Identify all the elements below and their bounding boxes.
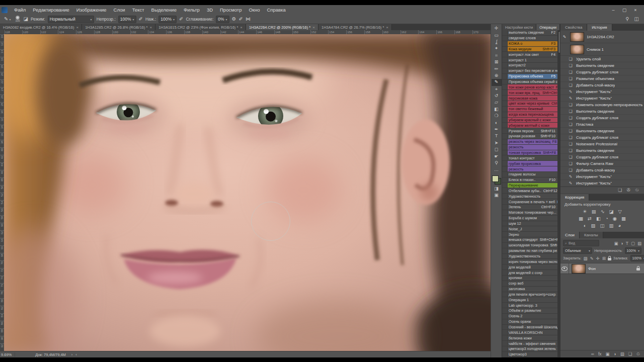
- invert-icon[interactable]: ◐: [584, 223, 587, 228]
- menu-item[interactable]: Выделение: [148, 7, 180, 13]
- threshold-icon[interactable]: ◫: [600, 223, 605, 228]
- lock-all-icon[interactable]: [608, 258, 611, 260]
- panel-tab[interactable]: Слои: [560, 232, 580, 238]
- action-item[interactable]: внешка стандарт Shft+Ctrl+F5: [502, 237, 557, 243]
- history-state-row[interactable]: ❏ Noiseware Professional: [560, 141, 644, 147]
- layer-fill-select[interactable]: 100% ▾: [630, 255, 644, 261]
- photo-filter-icon[interactable]: ◔: [605, 216, 608, 221]
- maximize-button[interactable]: ▢: [619, 8, 630, 13]
- gear-icon[interactable]: ⚙: [232, 17, 236, 22]
- action-item[interactable]: тонкая прорисовка Shft+F8: [502, 150, 557, 156]
- panel-tab[interactable]: История: [587, 24, 612, 31]
- lock-paint-icon[interactable]: ✎: [590, 256, 593, 261]
- gradient-map-icon[interactable]: ▥: [609, 223, 613, 228]
- menu-item[interactable]: Слои: [110, 7, 129, 13]
- action-item[interactable]: белизна кожи: [502, 335, 557, 341]
- delete-layer-icon[interactable]: ♲: [636, 352, 640, 356]
- flow-select[interactable]: 100% ▾: [158, 16, 177, 23]
- action-item[interactable]: тон кожи ярк. прщ. Shft+Ctrl+F6: [502, 90, 557, 96]
- lasso-tool[interactable]: ʆ: [492, 39, 502, 45]
- exposure-icon[interactable]: ◪: [609, 209, 614, 214]
- eraser-tool[interactable]: ▱: [492, 99, 502, 106]
- hand-tool[interactable]: ☛: [492, 153, 502, 159]
- color-lookup-icon[interactable]: ▩: [621, 216, 626, 221]
- action-item[interactable]: шум 12: [502, 221, 557, 227]
- action-item[interactable]: убираем желтый с кожи: [502, 123, 557, 128]
- color-swatches[interactable]: [492, 175, 501, 185]
- action-item[interactable]: убираем красный с кожи: [502, 118, 557, 123]
- action-item[interactable]: цветокор3 холодная зелень: [502, 346, 557, 352]
- document-tab[interactable]: 1H3A4784.CR2 @ 26.7% (RGB/16) * ×: [318, 24, 392, 30]
- action-item[interactable]: Художественность: [502, 194, 557, 199]
- pressure-opacity-icon[interactable]: ✐: [139, 17, 143, 22]
- action-item[interactable]: для моделей: [502, 264, 557, 270]
- minimize-button[interactable]: –: [608, 8, 619, 13]
- history-state-row[interactable]: ❏ Выполнить сведение: [560, 108, 644, 115]
- menu-item[interactable]: Редактирование: [29, 7, 72, 13]
- quick-mask-toggle[interactable]: ◨: [492, 186, 502, 192]
- panel-tab[interactable]: Операции: [536, 24, 560, 30]
- action-item[interactable]: для моделей с сохр: [502, 270, 557, 276]
- history-state-row[interactable]: ❏ Пластика: [560, 121, 644, 128]
- lock-transparency-icon[interactable]: ▨: [583, 256, 587, 261]
- history-state-row[interactable]: ❏ Размытие объектива: [560, 75, 644, 82]
- action-item[interactable]: контраст 1: [502, 57, 557, 63]
- layer-search-input[interactable]: ⌕ Вид: [563, 240, 599, 246]
- action-item[interactable]: резкость через экспозиц F8: [502, 139, 557, 145]
- history-state-row[interactable]: ✎ Инструмент "Кисть": [560, 88, 644, 95]
- history-state-row[interactable]: ❏ Изменить основную непрозрачность: [560, 102, 644, 108]
- link-layers-icon[interactable]: ∞: [591, 352, 594, 356]
- selective-color-icon[interactable]: ◕: [618, 223, 621, 228]
- history-state-row[interactable]: ❏ Создать дубликат слоя: [560, 69, 644, 75]
- edit-toolbar-button[interactable]: …: [492, 166, 502, 173]
- menu-item[interactable]: Файл: [11, 7, 29, 13]
- menu-item[interactable]: 3D: [203, 7, 216, 13]
- delete-state-trash-icon[interactable]: ♲: [635, 188, 639, 193]
- brush-tool[interactable]: ✎: [492, 79, 502, 85]
- action-item[interactable]: Прорисовка объема F5: [502, 74, 557, 79]
- frame-tool[interactable]: ⊠: [492, 59, 502, 65]
- action-item[interactable]: Прорисовка объема серый с... Shft+F5: [502, 79, 557, 85]
- status-menu-arrow-icon[interactable]: ‹: [74, 352, 78, 357]
- action-item[interactable]: Отбеливаем зубы.. Ctrl+F12: [502, 188, 557, 194]
- hue-saturation-icon[interactable]: ▦: [579, 216, 583, 221]
- action-item[interactable]: выполнить сведение F2: [502, 30, 557, 36]
- healing-brush-tool[interactable]: ⊕: [492, 72, 502, 79]
- action-item[interactable]: шоколадная тонировка Shft+Ctrl+F12: [502, 243, 557, 248]
- zoom-tool[interactable]: ⚲: [492, 160, 502, 166]
- layer-effects-icon[interactable]: fx: [598, 352, 602, 356]
- document-tab[interactable]: 1H3A1615.CR2 @ 23% (Фон копия, RGB/16) *…: [155, 24, 246, 30]
- new-group-icon[interactable]: ▤: [620, 352, 624, 356]
- action-item[interactable]: резкость: [502, 145, 557, 150]
- history-state-row[interactable]: ✎ Инструмент "Кисть": [560, 173, 644, 180]
- opacity-select[interactable]: 100% ▾: [118, 16, 136, 23]
- action-item[interactable]: сведение слоев: [502, 36, 557, 41]
- action-item[interactable]: Борьба с шумом: [502, 216, 557, 221]
- menu-item[interactable]: Окно: [245, 7, 263, 13]
- action-item[interactable]: кропики: [502, 276, 557, 281]
- type-tool[interactable]: T: [492, 133, 502, 139]
- filter-type-layers-icon[interactable]: T: [626, 241, 628, 246]
- layer-thumbnail[interactable]: [572, 264, 586, 274]
- quick-selection-tool[interactable]: ✦: [492, 45, 502, 52]
- action-item[interactable]: тонал контраст: [502, 155, 557, 161]
- close-icon[interactable]: ×: [386, 25, 388, 30]
- lock-position-icon[interactable]: ✛: [596, 256, 600, 261]
- blend-mode-select[interactable]: Обычные ▾: [563, 247, 592, 254]
- move-tool[interactable]: ✛: [492, 25, 502, 32]
- history-source-icon[interactable]: ✎: [561, 35, 568, 39]
- close-icon[interactable]: ×: [240, 25, 243, 30]
- shape-tool[interactable]: ◻: [492, 146, 502, 153]
- menu-item[interactable]: Фильтр: [180, 7, 203, 13]
- brightness-contrast-icon[interactable]: ☀: [583, 209, 587, 214]
- action-item[interactable]: Осень 2: [502, 314, 557, 319]
- foreground-color-swatch[interactable]: [492, 175, 499, 182]
- history-state-row[interactable]: ❏ Выполнить сведение: [560, 128, 644, 134]
- action-item[interactable]: Перекрашивание: [502, 183, 557, 189]
- workspace-switcher-icon[interactable]: ◫: [634, 17, 639, 22]
- gradient-tool[interactable]: ◧: [492, 106, 502, 113]
- history-state-row[interactable]: ❏ Выполнить сведение: [560, 147, 644, 154]
- black-white-icon[interactable]: ◧: [596, 216, 601, 221]
- panel-tab[interactable]: Каналы: [580, 232, 603, 238]
- history-state-row[interactable]: ❏ Фильтр Camera Raw: [560, 160, 644, 167]
